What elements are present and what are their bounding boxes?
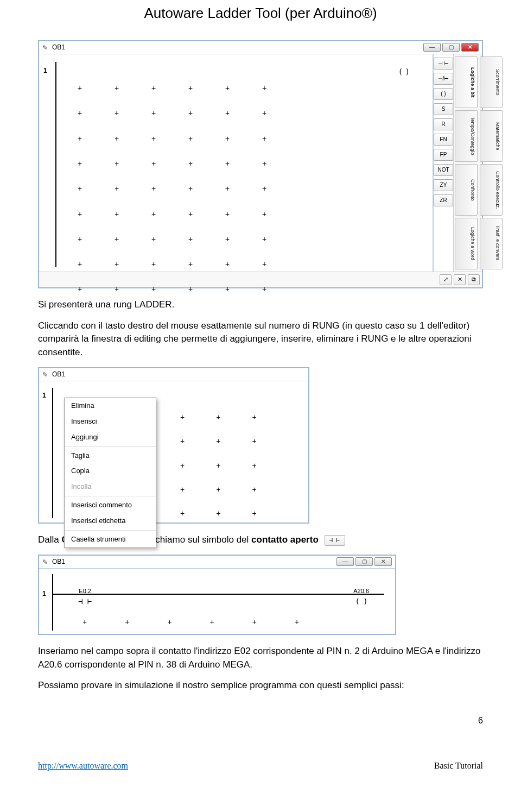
left-rail [52, 388, 53, 518]
toolbox-symbol-list: ⊣ ⊢ ⊣/⊢ ( ) S R FN FP NOT ZY ZR [434, 54, 454, 272]
single-plus-row: ++++++ [82, 616, 299, 627]
ob1-titlebar: OB1 — ▢ ✕ [39, 41, 482, 54]
footer-link[interactable]: http://www.autoware.com [38, 759, 128, 772]
ctx-plus-grid: +++ +++ +++ +++ +++ [180, 412, 257, 532]
output-coil-symbol: ( ) [398, 66, 409, 77]
close-button[interactable]: ✕ [461, 43, 479, 52]
pencil-icon [42, 370, 50, 378]
ob1-rung-window: OB1 — ▢ ✕ 1 E0.2 ⊣ ⊢ A20.6 ( ) ++++++ [38, 555, 396, 635]
rung-number[interactable]: 1 [42, 589, 46, 599]
close-button[interactable]: ✕ [374, 557, 392, 566]
menu-inserisci-commento[interactable]: Inserisci commento [65, 498, 156, 513]
tool-set[interactable]: S [434, 103, 453, 115]
maximize-button[interactable]: ▢ [355, 557, 373, 566]
paragraph-5: Possiamo provare in simulazione il nostr… [38, 679, 483, 693]
paragraph-2: Cliccando con il tasto destro del mouse … [38, 319, 483, 360]
tab-scorrimento[interactable]: Scorrimento [480, 56, 503, 108]
ob1-editor-window: OB1 — ▢ ✕ 1 ( ) ++++++ ++++++ ++++++ +++… [38, 40, 483, 288]
coil-a206[interactable]: A20.6 ( ) [353, 587, 369, 607]
menu-casella-strumenti[interactable]: Casella strumenti [65, 532, 156, 547]
tab-logiche-bit[interactable]: Logiche a bit [455, 56, 478, 108]
minimize-button[interactable]: — [336, 557, 354, 566]
rung-wire [53, 594, 384, 595]
paragraph-1: Si presenterà una rung LADDER. [38, 298, 483, 312]
ob1-title-text: OB1 [52, 43, 65, 52]
tool-zy[interactable]: ZY [434, 179, 453, 191]
menu-incolla: Incolla [65, 479, 156, 495]
ob1-ctx-titlebar: OB1 [39, 368, 308, 381]
page-footer: http://www.autoware.com Basic Tutorial [38, 759, 483, 772]
page-number: 6 [38, 714, 483, 727]
rung-canvas[interactable]: 1 E0.2 ⊣ ⊢ A20.6 ( ) ++++++ [39, 569, 395, 634]
tool-zr[interactable]: ZR [434, 194, 453, 206]
tool-contact-nc[interactable]: ⊣/⊢ [434, 73, 453, 85]
menu-inserisci-etichetta[interactable]: Inserisci etichetta [65, 513, 156, 529]
ladder-grid: ++++++ ++++++ ++++++ ++++++ ++++++ +++++… [77, 83, 427, 295]
coil-symbol: ( ) [353, 596, 369, 607]
contact-e02[interactable]: E0.2 ⊣ ⊢ [77, 587, 93, 607]
ob1-context-window: OB1 1 Elimina Inserisci Aggiungi Taglia … [38, 367, 309, 524]
menu-copia[interactable]: Copia [65, 463, 156, 479]
expand-icon[interactable]: ⤢ [440, 274, 452, 285]
tool-fp[interactable]: FP [434, 149, 453, 161]
ctx-canvas[interactable]: 1 Elimina Inserisci Aggiungi Taglia Copi… [39, 381, 308, 523]
menu-aggiungi[interactable]: Aggiungi [65, 430, 156, 445]
rung-context-menu: Elimina Inserisci Aggiungi Taglia Copia … [64, 398, 156, 548]
tab-trasf-convers[interactable]: Trasf. e convers. [480, 218, 503, 269]
ob1-rung-titlebar: OB1 — ▢ ✕ [39, 556, 395, 569]
tool-contact-no[interactable]: ⊣ ⊢ [434, 58, 453, 70]
ladder-canvas[interactable]: 1 ( ) ++++++ ++++++ ++++++ ++++++ ++++++… [39, 54, 433, 272]
contact-label: E0.2 [77, 587, 93, 596]
menu-elimina[interactable]: Elimina [65, 398, 156, 414]
footer-right: Basic Tutorial [434, 759, 483, 772]
ob1-rung-title-text: OB1 [52, 557, 65, 566]
tool-fn[interactable]: FN [434, 134, 453, 146]
copy-icon[interactable]: ⧉ [468, 274, 480, 285]
contact-symbol: ⊣ ⊢ [77, 596, 93, 607]
maximize-button[interactable]: ▢ [442, 43, 460, 52]
ob1-ctx-title-text: OB1 [52, 370, 65, 379]
tab-controllo-esecuz[interactable]: Controllo esecuz. [480, 164, 503, 216]
tab-confronto[interactable]: Confronto [455, 164, 478, 216]
tab-matematiche[interactable]: Matematiche [480, 110, 503, 162]
paragraph-4: Inseriamo nel campo sopra il contatto l'… [38, 645, 483, 671]
rung-number[interactable]: 1 [43, 66, 47, 75]
pencil-icon [42, 43, 50, 51]
rung-number[interactable]: 1 [42, 391, 46, 400]
menu-taglia[interactable]: Taglia [65, 448, 156, 464]
left-rail [52, 574, 53, 631]
tool-reset[interactable]: R [434, 118, 453, 130]
tool-coil[interactable]: ( ) [434, 88, 453, 100]
coil-label: A20.6 [353, 587, 369, 596]
contact-open-icon: ⊣ ⊢ [325, 535, 345, 546]
tool-not[interactable]: NOT [434, 164, 453, 176]
minimize-button[interactable]: — [423, 43, 441, 52]
tab-logiche-word[interactable]: Logiche a word [455, 218, 478, 269]
page-header-title: Autoware Ladder Tool (per Arduino®) [38, 0, 483, 40]
tab-tempo-conteggio[interactable]: Tempo/Conteggio [455, 110, 478, 162]
toolbox-panel: ⊣ ⊢ ⊣/⊢ ( ) S R FN FP NOT ZY ZR Logiche … [433, 54, 482, 272]
menu-inserisci[interactable]: Inserisci [65, 414, 156, 430]
left-rail [55, 62, 56, 267]
delete-icon[interactable]: ✕ [454, 274, 466, 285]
pencil-icon [42, 558, 50, 565]
